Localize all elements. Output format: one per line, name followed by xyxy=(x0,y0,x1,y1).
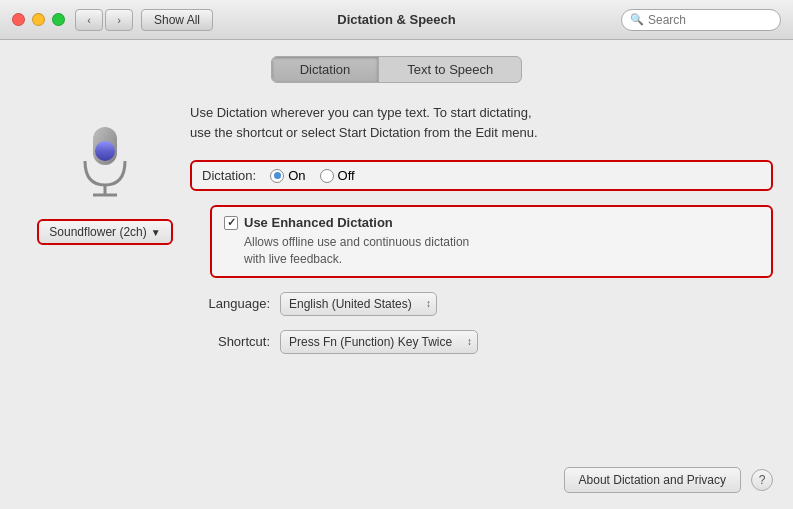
show-all-button[interactable]: Show All xyxy=(141,9,213,31)
bottom-bar: About Dictation and Privacy ? xyxy=(20,457,773,493)
description-text: Use Dictation wherever you can type text… xyxy=(190,103,773,142)
enhanced-dictation-desc: Allows offline use and continuous dictat… xyxy=(224,234,759,268)
search-box[interactable]: 🔍 xyxy=(621,9,781,31)
main-content: Dictation Text to Speech xyxy=(0,40,793,509)
nav-buttons: ‹ › xyxy=(75,9,133,31)
help-button[interactable]: ? xyxy=(751,469,773,491)
left-panel: Soundflower (2ch) ▼ xyxy=(20,103,190,354)
shortcut-dropdown-wrapper: Press Fn (Function) Key Twice ↕ xyxy=(280,330,478,354)
window-controls xyxy=(12,13,65,26)
shortcut-dropdown[interactable]: Press Fn (Function) Key Twice xyxy=(280,330,478,354)
about-dictation-button[interactable]: About Dictation and Privacy xyxy=(564,467,741,493)
radio-on-option[interactable]: On xyxy=(270,168,305,183)
radio-off-button[interactable] xyxy=(320,169,334,183)
shortcut-label: Shortcut: xyxy=(190,334,270,349)
title-bar: ‹ › Show All Dictation & Speech 🔍 xyxy=(0,0,793,40)
tab-bar: Dictation Text to Speech xyxy=(271,56,523,83)
tab-text-to-speech[interactable]: Text to Speech xyxy=(379,57,521,82)
forward-button[interactable]: › xyxy=(105,9,133,31)
radio-on-label: On xyxy=(288,168,305,183)
radio-group: On Off xyxy=(270,168,354,183)
microphone-icon xyxy=(75,123,135,203)
dictation-row-label: Dictation: xyxy=(202,168,256,183)
soundflower-label: Soundflower (2ch) xyxy=(49,225,146,239)
svg-rect-1 xyxy=(95,141,115,161)
radio-off-option[interactable]: Off xyxy=(320,168,355,183)
language-dropdown[interactable]: English (United States) xyxy=(280,292,437,316)
radio-off-label: Off xyxy=(338,168,355,183)
search-input[interactable] xyxy=(648,13,772,27)
enhanced-dictation-box: ✓ Use Enhanced Dictation Allows offline … xyxy=(210,205,773,278)
tab-dictation[interactable]: Dictation xyxy=(272,57,380,82)
enhanced-dictation-checkbox[interactable]: ✓ xyxy=(224,216,238,230)
shortcut-row: Shortcut: Press Fn (Function) Key Twice … xyxy=(190,330,773,354)
soundflower-dropdown[interactable]: Soundflower (2ch) ▼ xyxy=(37,219,172,245)
radio-on-button[interactable] xyxy=(270,169,284,183)
language-row: Language: English (United States) ↕ xyxy=(190,292,773,316)
search-icon: 🔍 xyxy=(630,13,644,26)
close-button[interactable] xyxy=(12,13,25,26)
dropdown-arrow-icon: ▼ xyxy=(151,227,161,238)
right-panel: Use Dictation wherever you can type text… xyxy=(190,103,773,354)
enhanced-dictation-title-row: ✓ Use Enhanced Dictation xyxy=(224,215,759,230)
enhanced-dictation-label: Use Enhanced Dictation xyxy=(244,215,393,230)
dictation-onoff-row: Dictation: On Off xyxy=(190,160,773,191)
language-dropdown-wrapper: English (United States) ↕ xyxy=(280,292,437,316)
content-area: Soundflower (2ch) ▼ Use Dictation wherev… xyxy=(20,103,773,354)
language-label: Language: xyxy=(190,296,270,311)
back-button[interactable]: ‹ xyxy=(75,9,103,31)
maximize-button[interactable] xyxy=(52,13,65,26)
window-title: Dictation & Speech xyxy=(337,12,455,27)
minimize-button[interactable] xyxy=(32,13,45,26)
